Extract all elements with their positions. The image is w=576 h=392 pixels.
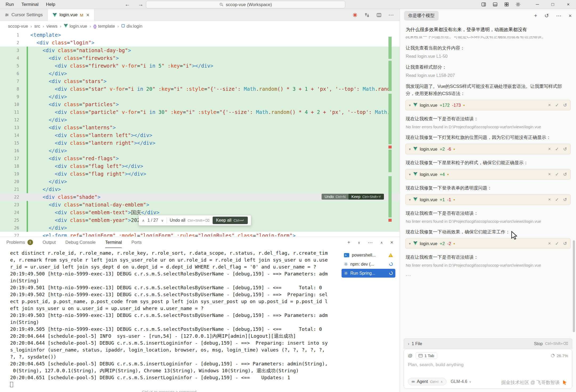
undo-button[interactable]: UndoCtrl+N — [322, 194, 348, 200]
line-number[interactable]: 21 — [0, 185, 19, 193]
panel-tab-debug-console[interactable]: Debug Console — [65, 237, 96, 248]
new-terminal-icon[interactable]: + — [347, 240, 350, 245]
panel-tab-terminal[interactable]: Terminal — [105, 237, 122, 248]
line-number[interactable]: 22 — [0, 193, 19, 201]
file-edit-chip[interactable]: ▾login.vue+1-1•×✓↺ — [405, 194, 571, 205]
reject-icon[interactable]: × — [548, 146, 551, 152]
prev-diff-icon[interactable]: ∧ — [142, 218, 145, 222]
line-number[interactable]: 19 — [0, 170, 19, 178]
model-selector[interactable]: GLM-4.6 ∨ — [451, 379, 471, 384]
line-number[interactable]: 6 — [0, 70, 19, 77]
line-number[interactable]: 8 — [0, 85, 19, 93]
open-changes-icon[interactable] — [364, 13, 370, 18]
next-diff-icon[interactable]: ∨ — [161, 218, 164, 222]
revert-icon[interactable]: ↺ — [563, 241, 567, 246]
new-chat-icon[interactable]: + — [534, 13, 537, 19]
terminal-session-npm-dev[interactable]: npm: dev (... — [342, 260, 395, 269]
history-icon[interactable]: ↺ — [545, 13, 549, 19]
composer[interactable]: @ 1 Tab 26.7% Plan, search, build anythi… — [404, 349, 572, 389]
reject-icon[interactable]: × — [548, 241, 551, 246]
line-number[interactable]: 1 — [0, 31, 19, 39]
chevron-down-icon[interactable]: ▾ — [409, 103, 411, 107]
line-number[interactable]: 18 — [0, 162, 19, 170]
terminal-dropdown-icon[interactable]: ∨ — [358, 241, 360, 245]
breadcrumb-item-login-vue[interactable]: login.vue — [64, 24, 87, 29]
chat-tab[interactable]: 你是哪个模型 — [404, 11, 439, 20]
revert-icon[interactable]: ↺ — [563, 172, 567, 177]
accept-icon[interactable]: ✓ — [555, 146, 559, 152]
menu-terminal[interactable]: Terminal — [18, 1, 42, 8]
accept-icon[interactable]: ✓ — [555, 241, 559, 246]
maximize-button[interactable]: □ — [545, 0, 561, 9]
more-actions-icon[interactable]: ⋯ — [388, 12, 394, 18]
overview-ruler[interactable] — [388, 31, 392, 237]
split-editor-icon[interactable] — [376, 13, 382, 18]
line-number[interactable]: 26 — [0, 224, 19, 232]
line-number[interactable]: 23 — [0, 201, 19, 209]
terminal-view[interactable]: ect distinct r.role_id, r.role_name, r.r… — [0, 248, 400, 392]
line-number[interactable]: 3 — [0, 47, 19, 54]
files-bar[interactable]: › 1 File Stop Ctrl+Shift+⌫ — [404, 338, 572, 349]
chat-input[interactable]: Plan, search, build anything — [408, 361, 568, 376]
line-number[interactable]: 7 — [0, 77, 19, 85]
line-number[interactable]: 24 — [0, 209, 19, 216]
keep-button[interactable]: KeepCtrl+Shift+Y — [348, 194, 384, 200]
add-context-button[interactable]: @ — [408, 353, 412, 358]
line-number[interactable]: 14 — [0, 131, 19, 139]
chevron-down-icon[interactable]: ▾ — [409, 172, 411, 176]
chevron-down-icon[interactable]: ▾ — [409, 242, 411, 246]
line-number[interactable]: 5 — [0, 62, 19, 70]
line-number[interactable]: 2 — [0, 39, 19, 47]
accept-icon[interactable]: ✓ — [555, 102, 559, 108]
layout-columns-icon[interactable] — [481, 2, 486, 7]
line-number[interactable]: 10 — [0, 101, 19, 108]
reject-icon[interactable]: × — [548, 102, 551, 108]
panel-tab-problems[interactable]: Problems1 — [6, 237, 33, 248]
breadcrumb-item-sccop-vue[interactable]: sccop-vue — [8, 24, 28, 29]
line-number[interactable]: 27 — [0, 232, 19, 237]
line-number[interactable]: 11 — [0, 108, 19, 116]
workspace-search[interactable]: sccop-vue (Workspace) — [146, 1, 345, 8]
line-number[interactable]: 15 — [0, 139, 19, 147]
tool-read-row[interactable]: Read login.vue L158-207 — [406, 73, 570, 78]
back-button[interactable]: ← — [125, 1, 130, 7]
agent-mode-selector[interactable]: ∞ Agent Ctrl+I ∧ — [408, 378, 447, 385]
file-edit-chip[interactable]: ▾login.vue+172-173•×✓↺ — [405, 100, 571, 110]
revert-icon[interactable]: ↺ — [563, 197, 567, 203]
tab-cursor-settings[interactable]: Cursor Settings — [0, 9, 48, 21]
breadcrumb-item-template[interactable]: {}template — [94, 24, 115, 29]
forward-button[interactable]: → — [138, 1, 143, 7]
close-panel-icon[interactable]: × — [390, 240, 393, 245]
line-number[interactable]: 4 — [0, 54, 19, 62]
settings-gear-icon[interactable] — [516, 2, 521, 7]
file-edit-chip[interactable]: ▾login.vue+2-2•×✓↺ — [405, 238, 571, 249]
revert-icon[interactable]: ↺ — [563, 146, 567, 152]
panel-tab-ports[interactable]: Ports — [131, 237, 142, 248]
line-number[interactable]: 12 — [0, 116, 19, 124]
menu-help[interactable]: Help — [42, 1, 59, 8]
terminal-session-run-spring[interactable]: Run Spring... — [342, 269, 395, 278]
terminal-session-powershell[interactable]: >_powershell... — [342, 251, 395, 259]
breadcrumb-item-div-login[interactable]: div.login — [121, 24, 142, 29]
file-edit-chip[interactable]: ▾login.vue+2-6•×✓↺ — [405, 144, 571, 154]
context-chip[interactable]: 1 Tab — [416, 352, 437, 359]
stop-button[interactable]: Stop — [534, 341, 543, 346]
keep-all-button[interactable]: Keep allCtrl+↵ — [213, 217, 248, 224]
tab-login-vue[interactable]: login.vue M × — [48, 9, 94, 21]
line-number[interactable]: 13 — [0, 124, 19, 131]
layout-panel-icon[interactable] — [493, 2, 498, 7]
file-edit-chip[interactable]: ▾login.vue+4•×✓↺ — [405, 169, 571, 180]
chevron-down-icon[interactable]: ▾ — [409, 147, 411, 151]
accept-icon[interactable]: ✓ — [555, 172, 559, 177]
close-chat-icon[interactable]: × — [569, 13, 572, 19]
maximize-panel-icon[interactable]: ∧ — [380, 241, 383, 245]
panel-more-icon[interactable]: ⋯ — [368, 240, 373, 246]
extensions-icon[interactable] — [504, 2, 509, 7]
reject-icon[interactable]: × — [548, 197, 551, 203]
tool-read-row[interactable]: Read login.vue L1-50 — [406, 54, 570, 59]
chat-more-icon[interactable]: ⋯ — [556, 13, 561, 19]
line-number[interactable]: 9 — [0, 93, 19, 101]
breadcrumb-item-views[interactable]: views — [46, 24, 57, 29]
cursor-ai-icon[interactable] — [352, 13, 358, 18]
breadcrumb-item-src[interactable]: src — [34, 24, 40, 29]
